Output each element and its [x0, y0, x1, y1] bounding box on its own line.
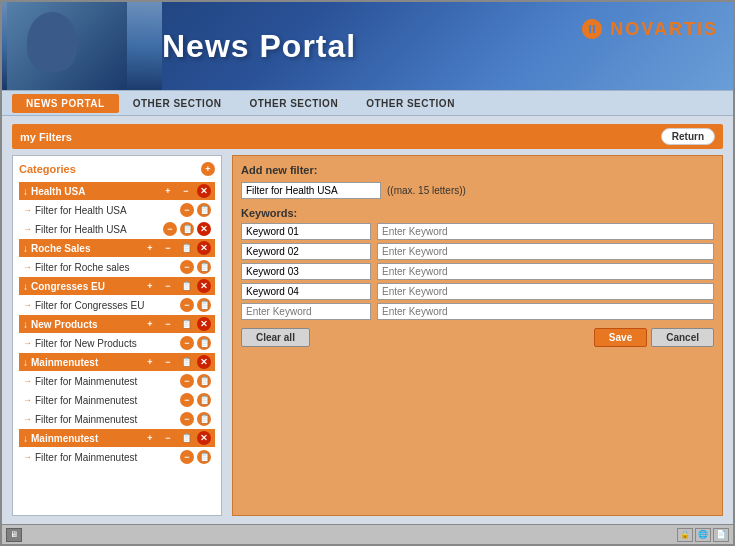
mainmenu1-copy-icon[interactable]: 📋	[179, 355, 193, 369]
filter1-minus-icon[interactable]: −	[180, 203, 194, 217]
roche-copy-icon[interactable]: 📋	[179, 241, 193, 255]
congresses-add-icon[interactable]: +	[143, 279, 157, 293]
mainmenu1-filter1-minus[interactable]: −	[180, 374, 194, 388]
keyword-value-3[interactable]	[377, 263, 714, 280]
filter1-copy-icon[interactable]: 📋	[197, 203, 211, 217]
mainmenu2-minus-icon[interactable]: −	[161, 431, 175, 445]
nav-item-other-1[interactable]: OTHER SECTION	[119, 94, 236, 113]
keyword-row-5	[241, 303, 714, 320]
keyword-row-4	[241, 283, 714, 300]
nav-item-other-3[interactable]: OTHER SECTION	[352, 94, 469, 113]
mainmenutest1-label: Mainmenutest	[31, 357, 98, 368]
mainmenu1-filter2-actions: − 📋	[178, 393, 211, 407]
mainmenu1-filter3-actions: − 📋	[178, 412, 211, 426]
keyword-value-1[interactable]	[377, 223, 714, 240]
mainmenu1-filter-3: → Filter for Mainmenutest − 📋	[19, 410, 215, 428]
add-filter-title: Add new filter:	[241, 164, 714, 176]
clear-all-button[interactable]: Clear all	[241, 328, 310, 347]
cat-group-health-usa: ↓ Health USA + − ✕	[19, 182, 215, 200]
mainmenu1-filter1-actions: − 📋	[178, 374, 211, 388]
filter-hint: ((max. 15 letters))	[387, 185, 466, 196]
mainmenu1-filter1-copy[interactable]: 📋	[197, 374, 211, 388]
congresses-copy-icon[interactable]: 📋	[179, 279, 193, 293]
nav-item-other-2[interactable]: OTHER SECTION	[235, 94, 352, 113]
congresses-filter-actions: − 📋	[178, 298, 211, 312]
nav-bar: NEWS PORTAL OTHER SECTION OTHER SECTION …	[2, 90, 733, 116]
keyword-value-5[interactable]	[377, 303, 714, 320]
roche-filter-actions: − 📋	[178, 260, 211, 274]
new-products-copy-icon[interactable]: 📋	[179, 317, 193, 331]
health-usa-label: Health USA	[31, 186, 85, 197]
filter-name-input[interactable]	[241, 182, 381, 199]
keyword-name-3[interactable]	[241, 263, 371, 280]
save-button[interactable]: Save	[594, 328, 647, 347]
filter2-del-icon[interactable]: ✕	[197, 222, 211, 236]
roche-filter-copy-icon[interactable]: 📋	[197, 260, 211, 274]
status-right: 🔒 🌐 📄	[677, 528, 729, 542]
new-products-del-icon[interactable]: ✕	[197, 317, 211, 331]
filter2-minus-icon[interactable]: −	[163, 222, 177, 236]
nav-item-news-portal[interactable]: NEWS PORTAL	[12, 94, 119, 113]
mainmenu1-del-icon[interactable]: ✕	[197, 355, 211, 369]
new-products-minus-icon[interactable]: −	[161, 317, 175, 331]
arrow-icon-mainmenu2: →	[23, 452, 32, 462]
congresses-minus-icon[interactable]: −	[161, 279, 175, 293]
keyword-name-4[interactable]	[241, 283, 371, 300]
cancel-button[interactable]: Cancel	[651, 328, 714, 347]
filter2-copy-icon[interactable]: 📋	[180, 222, 194, 236]
roche-add-icon[interactable]: +	[143, 241, 157, 255]
filter-actions: Clear all Save Cancel	[241, 328, 714, 347]
roche-sales-actions: + − 📋 ✕	[141, 241, 211, 255]
congresses-filter-copy-icon[interactable]: 📋	[197, 298, 211, 312]
mainmenu2-add-icon[interactable]: +	[143, 431, 157, 445]
categories-add-btn[interactable]: +	[199, 162, 215, 176]
mainmenutest1-actions: + − 📋 ✕	[141, 355, 211, 369]
new-products-add-icon[interactable]: +	[143, 317, 157, 331]
health-usa-del-icon[interactable]: ✕	[197, 184, 211, 198]
new-products-filter-minus-icon[interactable]: −	[180, 336, 194, 350]
mainmenu1-add-icon[interactable]: +	[143, 355, 157, 369]
mainmenu1-filter2-copy[interactable]: 📋	[197, 393, 211, 407]
roche-minus-icon[interactable]: −	[161, 241, 175, 255]
cat-group-congresses-eu: ↓ Congresses EU + − 📋 ✕	[19, 277, 215, 295]
keyword-name-1[interactable]	[241, 223, 371, 240]
mainmenu2-copy-icon[interactable]: 📋	[179, 431, 193, 445]
keyword-value-2[interactable]	[377, 243, 714, 260]
mainmenu2-filter1-copy[interactable]: 📋	[197, 450, 211, 464]
roche-del-icon[interactable]: ✕	[197, 241, 211, 255]
mainmenutest2-actions: + − 📋 ✕	[141, 431, 211, 445]
congresses-filter-minus-icon[interactable]: −	[180, 298, 194, 312]
new-products-label: New Products	[31, 319, 98, 330]
main-content: my Filters Return Categories + ↓ Health …	[2, 116, 733, 524]
keyword-name-5[interactable]	[241, 303, 371, 320]
content-columns: Categories + ↓ Health USA + − ✕	[12, 155, 723, 516]
mainmenu1-filter3-minus[interactable]: −	[180, 412, 194, 426]
categories-header: Categories +	[19, 162, 215, 176]
congresses-del-icon[interactable]: ✕	[197, 279, 211, 293]
add-category-icon[interactable]: +	[201, 162, 215, 176]
arrow-icon-congresses: →	[23, 300, 32, 310]
roche-filter-minus-icon[interactable]: −	[180, 260, 194, 274]
mainmenutest2-label: Mainmenutest	[31, 433, 98, 444]
arrow-icon-mainmenu1c: →	[23, 414, 32, 424]
health-usa-filter-2: → Filter for Health USA − 📋 ✕	[19, 220, 215, 238]
arrow-icon-mainmenu1a: →	[23, 376, 32, 386]
mainmenu2-del-icon[interactable]: ✕	[197, 431, 211, 445]
mainmenu1-minus-icon[interactable]: −	[161, 355, 175, 369]
mainmenu2-filter1-minus[interactable]: −	[180, 450, 194, 464]
return-button[interactable]: Return	[661, 128, 715, 145]
down-icon-congresses: ↓	[23, 281, 28, 292]
down-icon-new-products: ↓	[23, 319, 28, 330]
mainmenu1-filter-1: → Filter for Mainmenutest − 📋	[19, 372, 215, 390]
keyword-row-3	[241, 263, 714, 280]
keyword-name-2[interactable]	[241, 243, 371, 260]
roche-sales-label: Roche Sales	[31, 243, 90, 254]
new-products-filter-copy-icon[interactable]: 📋	[197, 336, 211, 350]
health-usa-add-icon[interactable]: +	[161, 184, 175, 198]
mainmenu1-filter3-copy[interactable]: 📋	[197, 412, 211, 426]
save-cancel-group: Save Cancel	[594, 328, 714, 347]
mainmenu1-filter2-minus[interactable]: −	[180, 393, 194, 407]
keyword-value-4[interactable]	[377, 283, 714, 300]
down-icon-mainmenu2: ↓	[23, 433, 28, 444]
health-usa-minus-icon[interactable]: −	[179, 184, 193, 198]
